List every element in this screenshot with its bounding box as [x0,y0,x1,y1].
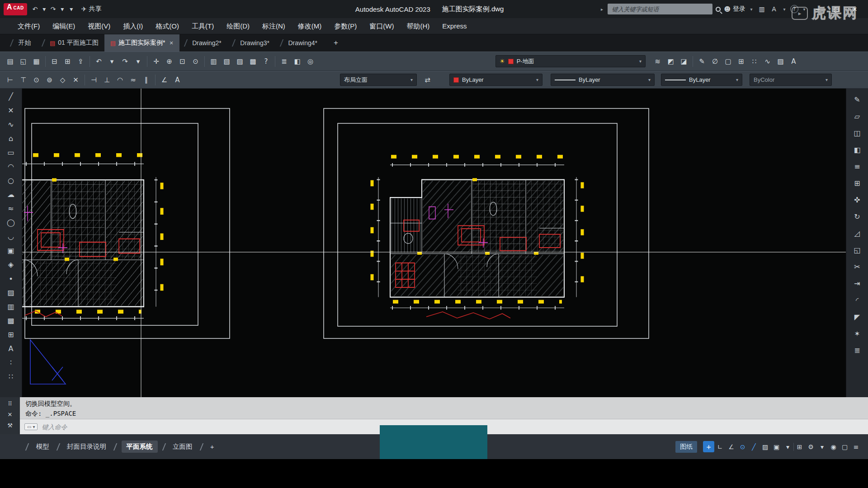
properties-palette-icon[interactable]: ▥ [208,55,220,67]
menu-item[interactable]: 参数(P) [328,18,363,34]
color-dropdown[interactable]: ByLayer ▾ [449,74,542,86]
menu-item[interactable]: 帮助(H) [401,18,435,34]
polygon-tool-icon[interactable]: ⌂ [4,132,18,145]
copy-tool-icon[interactable]: ◫ [850,127,864,140]
undo-icon[interactable]: ↶ [93,55,105,67]
isolate-objects-icon[interactable]: ◉ [828,441,839,452]
layout-tab[interactable]: 模型 [21,441,52,453]
selection-cycling-icon[interactable]: ▣ [771,441,782,452]
menu-item[interactable]: 窗口(W) [363,18,400,34]
settings-gear-icon[interactable]: ⚙ [805,441,816,452]
redo-caret-icon[interactable]: ▾ [132,55,144,67]
layer-previous-icon[interactable]: ◪ [678,55,690,67]
construction-line-tool-icon[interactable]: ✕ [4,104,18,117]
new-file-icon[interactable]: ▤ [4,55,16,67]
snap-tangent-icon[interactable]: ◠ [114,74,126,86]
file-tab[interactable]: ▤ 01 平面施工图 [37,34,104,52]
trim-tool-icon[interactable]: ✂ [850,260,864,273]
customize-icon[interactable]: ≡ [850,441,862,452]
layout-tab[interactable]: 封面目录说明 [52,441,109,453]
command-chip[interactable]: ▭ ▾ [24,423,38,430]
rectangle-tool-icon[interactable]: ▭ [4,146,18,159]
snap-center-icon[interactable]: ⊙ [30,74,42,86]
menu-item[interactable]: 编辑(E) [47,18,81,34]
zoom-window-icon[interactable]: ⊡ [176,55,189,67]
search-icon[interactable] [716,7,721,12]
zoom-realtime-icon[interactable]: ⊕ [163,55,175,67]
assistant-caret-icon[interactable]: ▾ [782,3,787,15]
layer-isolate-icon[interactable]: ◎ [304,55,316,67]
lineweight-dropdown[interactable]: ByLayer ▾ [661,74,742,86]
fillet-tool-icon[interactable]: ◜ [850,294,864,307]
save-file-icon[interactable]: ▦ [30,55,42,67]
chevron-down-icon[interactable]: ▾ [816,441,828,452]
stretch-tool-icon[interactable]: ◱ [850,244,864,257]
sheet-set-icon[interactable]: ▩ [247,55,259,67]
annotate-tool-icon[interactable]: ✎ [850,93,864,106]
divide-tool-icon[interactable]: ∶ [4,356,18,369]
scale-tool-icon[interactable]: ◿ [850,227,864,240]
menu-item[interactable]: 文件(F) [12,18,46,34]
plot-preview-icon[interactable]: ⊞ [61,55,74,67]
snap-endpoint-icon[interactable]: ⊢ [4,74,16,86]
snap-node-icon[interactable]: ⊚ [43,74,56,86]
cart-icon[interactable]: ▥ [757,3,766,15]
file-tab[interactable]: Drawing4* [275,34,323,52]
clean-screen-icon[interactable]: ▢ [839,441,850,452]
layout-tab[interactable]: 平面系统 [109,441,158,453]
login-caret-icon[interactable]: ▾ [749,3,754,15]
arc-tool-icon[interactable]: ◠ [4,160,18,173]
login-button[interactable]: ☻ 登录 [724,5,745,13]
point-tool-icon[interactable]: ∙ [4,272,18,285]
zoom-previous-icon[interactable]: ⊙ [189,55,202,67]
pan-icon[interactable]: ✛ [150,55,162,67]
new-tab-button[interactable]: + [330,38,341,47]
drawing-canvas[interactable] [22,89,846,397]
annotation-monitor-icon[interactable]: + [703,441,714,452]
chevron-down-icon[interactable]: ▾ [782,441,793,452]
publish-icon[interactable]: ⇪ [75,55,87,67]
measure-icon[interactable]: ∅ [709,55,721,67]
move-tool-icon[interactable]: ✜ [850,193,864,206]
object-snap-icon[interactable]: ⊙ [737,441,748,452]
undo-icon[interactable]: ↶ [31,3,40,15]
menu-item[interactable]: Express [436,18,472,34]
design-center-icon[interactable]: ▧ [221,55,233,67]
chamfer-tool-icon[interactable]: ◤ [850,310,864,324]
undo-caret-icon[interactable]: ▾ [40,3,49,15]
file-tab[interactable]: 开始 [5,34,37,52]
autocad-logo[interactable]: A CAD [4,3,27,15]
redo-icon[interactable]: ↷ [119,55,131,67]
layer-states-icon[interactable]: ◧ [291,55,303,67]
style-dropdown[interactable]: 布局立面 ▾ [340,74,417,86]
snap-nearest-icon[interactable]: ≈ [127,74,139,86]
extend-tool-icon[interactable]: ⇥ [850,277,864,290]
tool-palettes-icon[interactable]: ▨ [234,55,246,67]
rotate-tool-icon[interactable]: ↻ [850,210,864,223]
layer-properties-icon[interactable]: ≣ [278,55,290,67]
snap-perpendicular-icon[interactable]: ⊥ [101,74,113,86]
snap-intersection-icon[interactable]: ✕ [70,74,82,86]
layout-tab[interactable]: + [195,441,217,452]
annotation-scale-icon[interactable]: ⊞ [794,441,805,452]
share-button[interactable]: ✈ 共享 [81,5,102,13]
plotstyle-dropdown[interactable]: ByColor ▾ [750,74,832,86]
help-icon[interactable]: ? [790,5,798,13]
quick-select-icon[interactable]: ▢ [722,55,734,67]
menu-item[interactable]: 插入(I) [117,18,149,34]
region-tool-icon[interactable]: ▩ [4,314,18,327]
lineweight-display-icon[interactable]: ╱ [748,441,760,452]
file-tab[interactable]: Drawing3* [227,34,275,52]
match-properties-icon[interactable]: ✎ [696,55,708,67]
redo-icon[interactable]: ↷ [49,3,58,15]
array-icon[interactable]: ∷ [748,55,760,67]
create-block-tool-icon[interactable]: ◈ [4,258,18,271]
mirror-tool-icon[interactable]: ◧ [850,143,864,156]
file-tab[interactable]: Drawing2* [179,34,227,52]
menu-item[interactable]: 工具(T) [186,18,220,34]
open-file-icon[interactable]: ◱ [17,55,29,67]
layer-dropdown[interactable]: ☀ P-地面 ▾ [495,55,646,67]
wrench-icon[interactable]: ⚒ [7,422,13,429]
properties-tool-icon[interactable]: ≣ [850,344,864,357]
layer-match-icon[interactable]: ◩ [665,55,677,67]
